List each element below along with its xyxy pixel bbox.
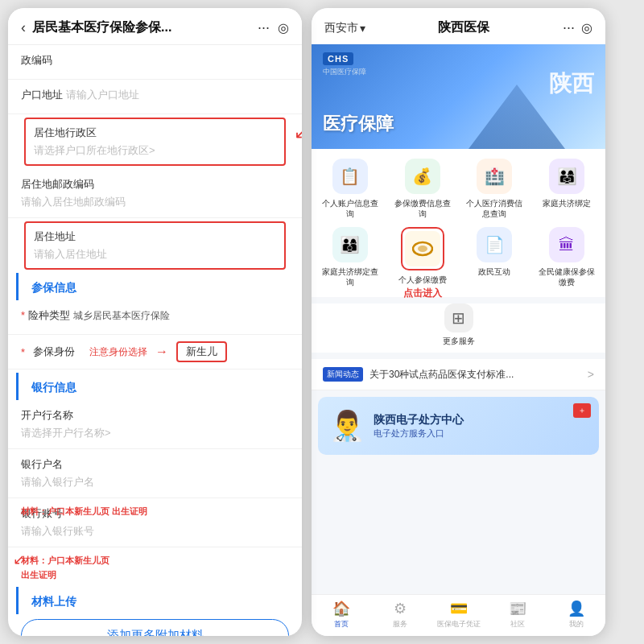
- profile-icon: 👤: [568, 600, 585, 617]
- page-title: 居民基本医疗保险参保...: [32, 19, 258, 36]
- field-placeholder: 请输入户口地址: [66, 88, 139, 102]
- more-services-row[interactable]: ⊞ 更多服务: [312, 303, 605, 353]
- arrow-left-icon: ↙: [13, 551, 25, 568]
- city-selector[interactable]: 西安市 ▾: [324, 21, 365, 35]
- nav-community[interactable]: 📰 社区: [488, 600, 547, 630]
- news-row[interactable]: 新闻动态 关于30种试点药品医保支付标准... >: [312, 359, 605, 390]
- promo-badge: ＋: [573, 403, 591, 418]
- material-annotation: 材料：户口本新生儿页 出生证明: [21, 505, 147, 518]
- menu-item-personal-payment[interactable]: 个人参保缴费 点击进入: [390, 227, 455, 287]
- field-placeholder: 请输入居住地址: [34, 247, 276, 262]
- menu-item-personal-account[interactable]: 📋 个人账户信息查询: [318, 159, 382, 219]
- required-star: *: [21, 309, 25, 321]
- gov-interaction-icon: 📄: [477, 227, 512, 262]
- left-header: ‹ 居民基本医疗保险参保... ··· ◎: [8, 8, 302, 45]
- field-label: 居住地邮政编码: [21, 177, 289, 192]
- more-options-icon[interactable]: ···: [258, 19, 270, 36]
- menu-label: 全民健康保参保缴费: [535, 266, 599, 287]
- menu-label: 家庭共济绑定查询: [318, 266, 382, 287]
- banner-subtitle: 中国医疗保障: [323, 67, 366, 77]
- field-value: 城乡居民基本医疗保险: [73, 309, 170, 323]
- right-phone: 西安市 ▾ 陕西医保 ··· ◎ CHS 中国医疗保障 医疗保障 陕西 📋 个人…: [312, 8, 605, 636]
- field-placeholder: 请输入银行账号: [21, 524, 289, 539]
- material-note-area: 材料：户口本新生儿页出生证明 ↙: [8, 547, 302, 584]
- field-label: 户口地址: [21, 88, 63, 102]
- menu-label: 家庭共济绑定: [543, 198, 591, 208]
- chs-logo: CHS: [323, 52, 353, 65]
- nav-home[interactable]: 🏠 首页: [312, 600, 370, 630]
- menu-label: 个人参保缴费: [398, 275, 447, 285]
- field-placeholder: 请输入银行户名: [21, 475, 289, 489]
- add-material-button[interactable]: 添加更多附加材料: [21, 619, 289, 636]
- more-services-label: 更多服务: [443, 336, 475, 346]
- news-arrow-icon: >: [588, 368, 594, 381]
- field-label: 居住地行政区: [34, 126, 276, 140]
- menu-item-gov-interaction[interactable]: 📄 政民互动: [463, 227, 527, 287]
- health-insurance-icon: 🏛: [549, 227, 584, 262]
- menu-item-health-insurance[interactable]: 🏛 全民健康保参保缴费: [535, 227, 599, 287]
- nav-label: 服务: [393, 619, 407, 630]
- menu-item-medical-expense[interactable]: 🏥 个人医疗消费信息查询: [463, 159, 527, 219]
- field-residential-region[interactable]: 居住地行政区 请选择户口所在地行政区>: [24, 118, 286, 166]
- services-icon: ⚙: [394, 600, 407, 617]
- nav-label: 社区: [510, 619, 525, 630]
- nav-services[interactable]: ⚙ 服务: [370, 600, 429, 630]
- menu-label: 个人账户信息查询: [318, 198, 382, 219]
- left-content: 政编码 户口地址 请输入户口地址 居住地行政区 请选择户口所在地行政区> 必填 …: [8, 45, 302, 636]
- right-header: 西安市 ▾ 陕西医保 ··· ◎: [312, 8, 605, 44]
- identity-tag[interactable]: 新生儿: [176, 341, 227, 362]
- left-phone: ‹ 居民基本医疗保险参保... ··· ◎ 政编码 户口地址 请输入户口地址 居…: [8, 8, 302, 636]
- scan-icon[interactable]: ◎: [581, 20, 592, 35]
- nav-label: 我的: [569, 619, 584, 630]
- identity-annotation: 注意身份选择: [89, 345, 147, 359]
- section-insurance-info: 参保信息: [16, 273, 302, 300]
- field-household-address: 户口地址 请输入户口地址: [8, 80, 302, 114]
- nav-profile[interactable]: 👤 我的: [547, 600, 605, 630]
- field-identity[interactable]: * 参保身份 注意身份选择 → 新生儿: [8, 335, 302, 369]
- menu-grid: 📋 个人账户信息查询 💰 参保缴费信息查询 🏥 个人医疗消费信息查询 👨‍👩‍👧…: [312, 149, 605, 297]
- promo-title: 陕西电子处方中心: [374, 413, 464, 427]
- field-bank-name[interactable]: 开户行名称 请选择开户行名称>: [8, 400, 302, 449]
- back-button[interactable]: ‹: [21, 19, 26, 36]
- field-residential-address[interactable]: 居住地址 请输入居住地址: [24, 221, 286, 270]
- banner-main-text: 医疗保障: [323, 112, 394, 136]
- menu-label: 个人医疗消费信息查询: [463, 198, 527, 219]
- highlighted-menu-item-wrapper: [401, 227, 444, 270]
- required-star: *: [21, 346, 25, 358]
- field-bank-username[interactable]: 银行户名 请输入银行户名: [8, 449, 302, 498]
- more-services-icon: ⊞: [444, 303, 473, 332]
- section-material-upload: 材料上传: [16, 587, 302, 614]
- material-note-text: 材料：户口本新生儿页出生证明: [21, 554, 289, 582]
- medical-expense-icon: 🏥: [477, 159, 512, 194]
- more-options-icon[interactable]: ···: [563, 19, 575, 36]
- scan-icon[interactable]: ◎: [278, 20, 289, 35]
- ecard-icon: 💳: [450, 600, 468, 617]
- banner-right-text: 陕西: [549, 68, 594, 99]
- dropdown-icon: ▾: [360, 22, 365, 35]
- field-postcode: 政编码: [8, 45, 302, 80]
- field-residential-postcode[interactable]: 居住地邮政编码 请输入居住地邮政编码: [8, 169, 302, 218]
- nav-e-card[interactable]: 💳 医保电子凭证: [429, 600, 488, 630]
- arrow-down-icon: ↙: [294, 122, 302, 143]
- svg-point-1: [418, 246, 427, 252]
- field-bank-account[interactable]: 银行账号 请输入银行账号 材料：户口本新生儿页 出生证明: [8, 498, 302, 547]
- community-icon: 📰: [509, 600, 526, 617]
- news-badge: 新闻动态: [323, 367, 363, 382]
- menu-item-family-bind-query[interactable]: 👨‍👩‍👦 家庭共济绑定查询: [318, 227, 382, 287]
- field-placeholder: 请选择开户行名称>: [21, 426, 289, 440]
- home-icon: 🏠: [332, 600, 350, 617]
- menu-label: 政民互动: [478, 266, 510, 277]
- promo-banner[interactable]: 👨‍⚕️ 陕西电子处方中心 电子处方服务入口 ＋: [318, 397, 599, 455]
- personal-payment-icon: [405, 231, 440, 266]
- city-label: 西安市: [324, 21, 358, 35]
- field-placeholder: 请选择户口所在地行政区>: [34, 143, 276, 158]
- menu-item-payment-info[interactable]: 💰 参保缴费信息查询: [390, 159, 455, 219]
- app-title: 陕西医保: [365, 19, 563, 36]
- field-label: 险种类型: [28, 308, 70, 323]
- hero-banner: CHS 中国医疗保障 医疗保障 陕西: [312, 44, 605, 149]
- field-placeholder: 请输入居住地邮政编码: [21, 195, 289, 209]
- menu-item-family-bind[interactable]: 👨‍👩‍👧 家庭共济绑定: [535, 159, 599, 219]
- click-annotation-label: 点击进入: [398, 285, 447, 302]
- nav-label: 首页: [334, 619, 349, 630]
- field-label: 居住地址: [34, 229, 276, 244]
